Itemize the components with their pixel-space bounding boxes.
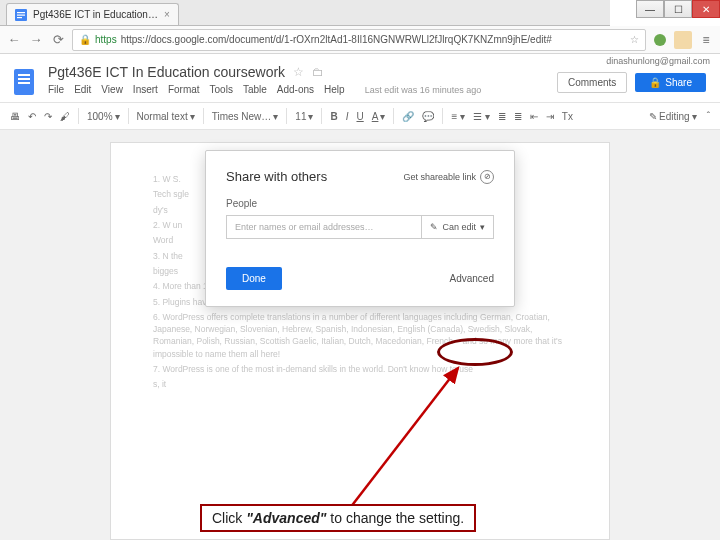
annotation-oval (437, 338, 513, 366)
svg-point-4 (654, 34, 666, 46)
doc-line: 7. WordPress is one of the most in-deman… (153, 363, 567, 375)
font-dropdown[interactable]: Times New… ▾ (212, 111, 279, 122)
window-minimize-button[interactable]: — (636, 0, 664, 18)
style-dropdown[interactable]: Normal text ▾ (137, 111, 195, 122)
pencil-icon: ✎ (430, 222, 438, 232)
menu-insert[interactable]: Insert (133, 84, 158, 95)
permission-label: Can edit (442, 222, 476, 232)
clear-formatting-button[interactable]: Tx (562, 111, 573, 122)
menu-table[interactable]: Table (243, 84, 267, 95)
zoom-dropdown[interactable]: 100% ▾ (87, 111, 120, 122)
browser-menu-icon[interactable]: ≡ (698, 32, 714, 48)
redo-icon[interactable]: ↷ (44, 111, 52, 122)
menu-tools[interactable]: Tools (210, 84, 233, 95)
link-button[interactable]: 🔗 (402, 111, 414, 122)
doc-line: s, it (153, 378, 567, 390)
indent-more-button[interactable]: ⇥ (546, 111, 554, 122)
linespacing-button[interactable]: ☰ ▾ (473, 111, 490, 122)
indent-less-button[interactable]: ⇤ (530, 111, 538, 122)
menu-view[interactable]: View (101, 84, 123, 95)
callout-post: to change the setting. (326, 510, 464, 526)
menu-addons[interactable]: Add-ons (277, 84, 314, 95)
lock-icon: 🔒 (79, 34, 91, 45)
undo-icon[interactable]: ↶ (28, 111, 36, 122)
tab-close-icon[interactable]: × (164, 9, 170, 20)
reload-button[interactable]: ⟳ (50, 32, 66, 48)
annotation-callout: Click "Advanced" to change the setting. (200, 504, 476, 532)
fontsize-dropdown[interactable]: 11 ▾ (295, 111, 313, 122)
comments-button[interactable]: Comments (557, 72, 627, 93)
align-button[interactable]: ≡ ▾ (451, 111, 465, 122)
bold-button[interactable]: B (330, 111, 337, 122)
svg-rect-1 (17, 12, 25, 13)
url-scheme: https (95, 34, 117, 45)
chevron-down-icon: ▾ (480, 222, 485, 232)
editing-mode-dropdown[interactable]: ✎ Editing ▾ (649, 111, 697, 122)
docs-logo-icon[interactable] (10, 64, 38, 100)
advanced-link[interactable]: Advanced (450, 273, 494, 284)
profile-avatar-icon[interactable] (674, 31, 692, 49)
docs-header: Pgt436E ICT In Education coursework ☆ 🗀 … (0, 64, 720, 95)
docs-favicon-icon (15, 9, 27, 21)
get-link-label: Get shareable link (403, 172, 476, 182)
collapse-toolbar-icon[interactable]: ˆ (707, 111, 710, 122)
placeholder-text: Enter names or email addresses… (235, 222, 374, 232)
last-modified: Last edit was 16 minutes ago (365, 85, 482, 95)
callout-pre: Click (212, 510, 246, 526)
permission-dropdown[interactable]: ✎ Can edit ▾ (422, 215, 494, 239)
comment-button[interactable]: 💬 (422, 111, 434, 122)
bulleted-list-button[interactable]: ≣ (514, 111, 522, 122)
link-icon: ⊘ (480, 170, 494, 184)
italic-button[interactable]: I (346, 111, 349, 122)
move-folder-icon[interactable]: 🗀 (312, 65, 324, 79)
print-icon[interactable]: 🖶 (10, 111, 20, 122)
share-button[interactable]: 🔒 Share (635, 73, 706, 92)
back-button[interactable]: ← (6, 32, 22, 48)
star-icon[interactable]: ☆ (293, 65, 304, 79)
menu-help[interactable]: Help (324, 84, 345, 95)
browser-toolbar: ← → ⟳ 🔒 https https://docs.google.com/do… (0, 26, 720, 54)
formatting-toolbar: 🖶 ↶ ↷ 🖌 100% ▾ Normal text ▾ Times New… … (0, 102, 720, 130)
window-close-button[interactable]: ✕ (692, 0, 720, 18)
window-maximize-button[interactable]: ☐ (664, 0, 692, 18)
dialog-title: Share with others (226, 169, 327, 184)
share-dialog: Share with others Get shareable link ⊘ P… (205, 150, 515, 307)
browser-tab[interactable]: Pgt436E ICT in Education… × (6, 3, 179, 25)
document-title[interactable]: Pgt436E ICT In Education coursework (48, 64, 285, 80)
callout-em: "Advanced" (246, 510, 326, 526)
bookmark-star-icon[interactable]: ☆ (630, 34, 639, 45)
forward-button[interactable]: → (28, 32, 44, 48)
done-button[interactable]: Done (226, 267, 282, 290)
people-input[interactable]: Enter names or email addresses… (226, 215, 422, 239)
share-lock-icon: 🔒 (649, 77, 661, 88)
get-shareable-link[interactable]: Get shareable link ⊘ (403, 170, 494, 184)
menu-edit[interactable]: Edit (74, 84, 91, 95)
svg-rect-3 (17, 17, 22, 18)
share-label: Share (665, 77, 692, 88)
address-bar[interactable]: 🔒 https https://docs.google.com/document… (72, 29, 646, 51)
numbered-list-button[interactable]: ≣ (498, 111, 506, 122)
menu-format[interactable]: Format (168, 84, 200, 95)
svg-rect-2 (17, 14, 25, 15)
menu-file[interactable]: File (48, 84, 64, 95)
browser-tabstrip: Pgt436E ICT in Education… × (0, 0, 610, 26)
text-color-button[interactable]: A ▾ (372, 111, 386, 122)
extension-icon[interactable] (652, 32, 668, 48)
paint-format-icon[interactable]: 🖌 (60, 111, 70, 122)
underline-button[interactable]: U (356, 111, 363, 122)
people-label: People (226, 198, 494, 209)
url-text: https://docs.google.com/document/d/1-rOX… (121, 34, 552, 45)
tab-title: Pgt436E ICT in Education… (33, 9, 158, 20)
